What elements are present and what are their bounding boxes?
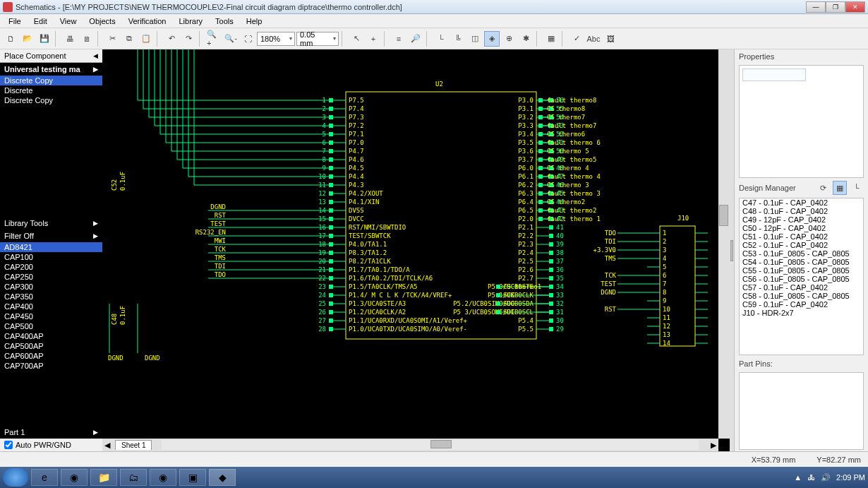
dm-list-item[interactable]: C47 - 0.1uF - CAP_0402 [740, 198, 863, 207]
crosshair-icon[interactable]: + [366, 31, 381, 47]
category-item[interactable]: Discrete Copy [0, 76, 102, 85]
maximize-button[interactable]: ❐ [826, 1, 845, 13]
part-item[interactable]: CAP400 [0, 302, 102, 311]
tray-network-icon[interactable]: 🖧 [807, 473, 815, 482]
dm-list-item[interactable]: C58 - 0.1uF_0805 - CAP_0805 [740, 292, 863, 300]
part-item[interactable]: CAP500AP [0, 341, 102, 351]
part-item[interactable]: CAP350 [0, 292, 102, 302]
design-manager-list[interactable]: C47 - 0.1uF - CAP_0402C48 - 0.1uF - CAP_… [739, 198, 864, 355]
dm-list-item[interactable]: C52 - 0.1uF - CAP_0402 [740, 241, 863, 249]
part-item[interactable]: CAP450 [0, 311, 102, 321]
menu-tools[interactable]: Tools [210, 16, 239, 27]
category-item[interactable]: Discrete Copy [0, 95, 102, 105]
vertical-scrollbar[interactable] [718, 49, 730, 439]
zoom-out-icon[interactable]: 🔍- [223, 31, 239, 47]
find-icon[interactable]: 🔎 [408, 31, 423, 47]
minimize-button[interactable]: — [806, 1, 826, 13]
table-icon[interactable]: ▦ [543, 31, 559, 47]
dm-components-icon[interactable]: ▦ [833, 181, 847, 195]
cut-icon[interactable]: ✂ [104, 31, 120, 47]
junction-icon[interactable]: ⊕ [501, 31, 517, 47]
preview-icon[interactable]: 🗎 [79, 31, 95, 47]
category-item[interactable]: Discrete [0, 85, 102, 95]
task-diptrace-icon[interactable]: ◆ [209, 469, 236, 486]
tray-volume-icon[interactable]: 🔊 [821, 473, 831, 482]
text-icon[interactable]: Abc [586, 31, 601, 47]
schematic-canvas[interactable]: U21P7.52P7.43P7.34P7.25P7.16P7.07P4.78P4… [102, 49, 730, 451]
library-title[interactable]: Universal testing ma▶ [0, 63, 102, 76]
net-icon[interactable]: ◫ [467, 31, 483, 47]
dm-list-item[interactable]: C59 - 0.1uF - CAP_0402 [740, 300, 863, 309]
wire-icon[interactable]: └ [433, 31, 449, 47]
part-item[interactable]: AD8421 [0, 242, 102, 252]
zoom-in-icon[interactable]: 🔍+ [206, 31, 222, 47]
save-icon[interactable]: 💾 [37, 31, 52, 47]
task-ie-icon[interactable]: e [31, 469, 58, 486]
menu-file[interactable]: File [3, 16, 27, 27]
part-item[interactable]: CAP200 [0, 262, 102, 272]
part-pins-box[interactable] [739, 372, 864, 450]
task-folder-icon[interactable]: 🗂 [120, 469, 147, 486]
bus-icon[interactable]: ╚ [450, 31, 466, 47]
new-icon[interactable]: 🗋 [3, 31, 18, 47]
dm-list-item[interactable]: C55 - 0.1uF_0805 - CAP_0805 [740, 266, 863, 275]
part-item[interactable]: CAP600AP [0, 351, 102, 361]
part-item[interactable]: CAP250 [0, 272, 102, 282]
undo-icon[interactable]: ↶ [164, 31, 179, 47]
dm-list-item[interactable]: J10 - HDR-2x7 [740, 309, 863, 317]
library-tools[interactable]: Library Tools▶ [0, 217, 102, 230]
dm-list-item[interactable]: C56 - 0.1uF_0805 - CAP_0805 [740, 275, 863, 283]
system-tray[interactable]: ▲ 🖧 🔊 2:09 PM [794, 473, 865, 482]
task-chrome-icon[interactable]: ◉ [61, 469, 88, 486]
tray-flag-icon[interactable]: ▲ [794, 473, 802, 482]
task-app-icon[interactable]: ▣ [179, 469, 206, 486]
place-component-header[interactable]: Place Component◀ [0, 49, 102, 63]
properties-box[interactable] [739, 65, 864, 178]
sheet-tab[interactable]: Sheet 1 [115, 440, 152, 450]
align-icon[interactable]: ≡ [391, 31, 406, 47]
menu-objects[interactable]: Objects [83, 16, 121, 27]
port-icon[interactable]: ◈ [484, 31, 500, 47]
erc-icon[interactable]: ✓ [569, 31, 584, 47]
start-button[interactable] [3, 468, 28, 487]
part-selector[interactable]: Part 1▶ [0, 426, 102, 439]
open-icon[interactable]: 📂 [20, 31, 35, 47]
redo-icon[interactable]: ↷ [181, 31, 196, 47]
task-explorer-icon[interactable]: 📁 [90, 469, 117, 486]
part-item[interactable]: CAP100 [0, 252, 102, 262]
part-item[interactable]: CAP700AP [0, 361, 102, 371]
category-list[interactable]: Discrete CopyDiscreteDiscrete Copy [0, 76, 102, 217]
dm-list-item[interactable]: C51 - 0.1uF - CAP_0402 [740, 232, 863, 241]
grid-combo[interactable]: 0.05 mm [296, 32, 339, 46]
dm-list-item[interactable]: C57 - 0.1uF - CAP_0402 [740, 283, 863, 292]
dm-list-item[interactable]: C53 - 0.1uF_0805 - CAP_0805 [740, 249, 863, 258]
part-item[interactable]: CAP400AP [0, 331, 102, 341]
image-icon[interactable]: 🖼 [603, 31, 618, 47]
part-item[interactable]: CAP300 [0, 282, 102, 292]
close-button[interactable]: ✕ [845, 1, 865, 13]
zoom-fit-icon[interactable]: ⛶ [240, 31, 255, 47]
pointer-icon[interactable]: ↖ [349, 31, 364, 47]
dm-nets-icon[interactable]: └ [850, 181, 864, 195]
menu-verification[interactable]: Verification [123, 16, 172, 27]
menu-edit[interactable]: Edit [28, 16, 53, 27]
copy-icon[interactable]: ⧉ [121, 31, 137, 47]
noconn-icon[interactable]: ✱ [518, 31, 534, 47]
auto-pwr-checkbox[interactable] [4, 441, 13, 449]
task-chrome2-icon[interactable]: ◉ [150, 469, 176, 486]
dm-refresh-icon[interactable]: ⟳ [816, 181, 830, 195]
dm-list-item[interactable]: C50 - 12pF - CAP_0402 [740, 224, 863, 232]
dm-list-item[interactable]: C48 - 0.1uF - CAP_0402 [740, 207, 863, 215]
horizontal-scrollbar[interactable] [162, 440, 699, 450]
menu-library[interactable]: Library [173, 16, 208, 27]
dm-list-item[interactable]: C54 - 0.1uF_0805 - CAP_0805 [740, 258, 863, 266]
print-icon[interactable]: 🖶 [62, 31, 78, 47]
part-item[interactable]: CAP500 [0, 321, 102, 331]
zoom-combo[interactable]: 180% [257, 32, 295, 46]
menu-help[interactable]: Help [241, 16, 268, 27]
dm-list-item[interactable]: C49 - 12pF - CAP_0402 [740, 215, 863, 224]
menu-view[interactable]: View [54, 16, 83, 27]
filter-toggle[interactable]: Filter Off▶ [0, 230, 102, 242]
paste-icon[interactable]: 📋 [138, 31, 154, 47]
parts-list[interactable]: AD8421CAP100CAP200CAP250CAP300CAP350CAP4… [0, 242, 102, 426]
